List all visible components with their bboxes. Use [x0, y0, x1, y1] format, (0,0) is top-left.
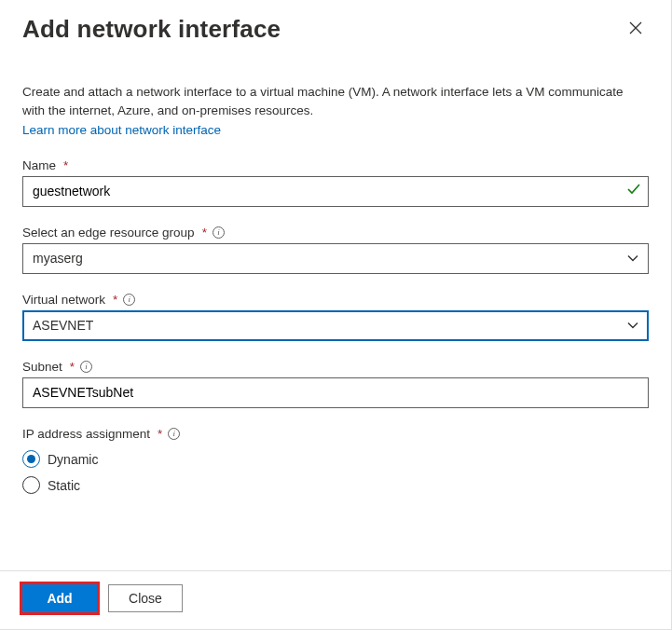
label-name-text: Name: [22, 158, 56, 172]
name-input-wrap: [22, 176, 649, 207]
radio-dynamic[interactable]: Dynamic: [22, 446, 649, 472]
label-ip-assignment-text: IP address assignment: [22, 427, 150, 441]
label-subnet-text: Subnet: [22, 360, 62, 374]
info-icon[interactable]: i: [123, 294, 135, 306]
label-vnet: Virtual network * i: [22, 293, 649, 307]
field-virtual-network: Virtual network * i ASEVNET: [22, 293, 649, 341]
field-ip-assignment: IP address assignment * i Dynamic Static: [22, 427, 649, 499]
label-subnet: Subnet * i: [22, 360, 649, 374]
radio-dynamic-label: Dynamic: [48, 452, 98, 467]
label-resource-group: Select an edge resource group * i: [22, 226, 649, 240]
field-name: Name *: [22, 158, 649, 207]
add-network-interface-pane: Add network interface Create and attach …: [0, 0, 672, 630]
label-name: Name *: [22, 158, 649, 172]
chevron-down-icon: [627, 253, 638, 264]
close-icon[interactable]: [623, 15, 649, 41]
pane-footer: Add Close: [0, 570, 671, 629]
name-input[interactable]: [22, 176, 649, 207]
pane-header: Add network interface: [0, 0, 671, 49]
resource-group-select[interactable]: myaserg: [22, 243, 649, 274]
description-line: Create and attach a network interface to…: [22, 85, 624, 117]
required-asterisk: *: [113, 293, 117, 307]
virtual-network-select[interactable]: ASEVNET: [22, 310, 649, 341]
field-subnet: Subnet * i: [22, 360, 649, 408]
ip-assignment-radio-group: Dynamic Static: [22, 446, 649, 499]
virtual-network-value: ASEVNET: [33, 318, 93, 333]
label-ip-assignment: IP address assignment * i: [22, 427, 649, 441]
radio-button-icon: [22, 476, 40, 494]
info-icon[interactable]: i: [213, 226, 225, 239]
radio-static[interactable]: Static: [22, 472, 649, 499]
learn-more-link[interactable]: Learn more about network interface: [22, 121, 221, 140]
radio-button-icon: [22, 450, 40, 468]
check-icon: [626, 182, 641, 200]
label-resource-group-text: Select an edge resource group: [22, 226, 195, 240]
required-asterisk: *: [202, 226, 207, 240]
description-text: Create and attach a network interface to…: [22, 83, 649, 140]
pane-title: Add network interface: [22, 15, 281, 44]
required-asterisk: *: [70, 360, 75, 374]
pane-body: Create and attach a network interface to…: [0, 49, 671, 570]
subnet-input[interactable]: [22, 377, 649, 408]
close-button[interactable]: Close: [108, 584, 183, 612]
label-vnet-text: Virtual network: [22, 293, 105, 307]
resource-group-value: myaserg: [33, 251, 83, 266]
add-button[interactable]: Add: [22, 584, 97, 612]
required-asterisk: *: [158, 427, 162, 441]
info-icon[interactable]: i: [168, 428, 180, 440]
info-icon[interactable]: i: [80, 361, 92, 373]
field-resource-group: Select an edge resource group * i myaser…: [22, 226, 649, 274]
required-asterisk: *: [63, 158, 68, 172]
radio-static-label: Static: [48, 478, 80, 493]
chevron-down-icon: [627, 320, 638, 331]
